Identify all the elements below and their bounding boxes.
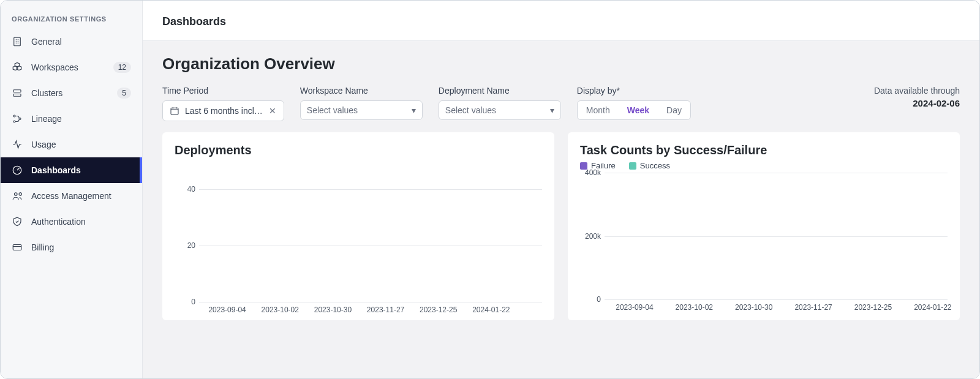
chevron-down-icon: ▾ (412, 105, 416, 115)
display-by-month[interactable]: Month (578, 101, 619, 119)
building-icon (12, 36, 23, 47)
legend-label: Success (640, 161, 670, 170)
sidebar-item-label: Workspaces (31, 62, 105, 72)
sidebar-item-lineage[interactable]: Lineage (1, 106, 142, 132)
placeholder: Select values (445, 105, 545, 115)
svg-rect-8 (13, 245, 21, 250)
overview-title: Organization Overview (162, 54, 960, 73)
sidebar-item-label: Clusters (31, 88, 108, 98)
shield-icon (12, 216, 23, 227)
svg-rect-0 (14, 37, 21, 46)
sidebar-item-billing[interactable]: Billing (1, 235, 142, 260)
sidebar-item-access-management[interactable]: Access Management (1, 183, 142, 209)
y-tick: 400k (582, 168, 601, 177)
filter-time-period: Time Period Last 6 months incl… ✕ (162, 86, 284, 121)
content: Organization Overview Time Period Last 6… (143, 41, 979, 378)
time-period-value: Last 6 months incl… (185, 106, 263, 116)
sidebar-item-label: Dashboards (31, 165, 131, 175)
sidebar-item-label: Authentication (31, 217, 131, 227)
deployments-card: Deployments 02040 2023-09-042023-10-0220… (162, 132, 554, 320)
branch-icon (12, 113, 23, 124)
chart-title: Task Counts by Success/Failure (580, 143, 948, 157)
y-tick: 200k (582, 232, 601, 241)
workspace-select[interactable]: Select values ▾ (300, 100, 423, 120)
data-available: Data available through 2024-02-06 (874, 86, 960, 108)
calendar-icon (169, 105, 180, 116)
deployment-select[interactable]: Select values ▾ (439, 100, 561, 120)
sidebar-item-label: Billing (31, 242, 131, 252)
display-by-toggle[interactable]: MonthWeekDay (577, 100, 691, 120)
badge: 5 (117, 88, 131, 99)
gauge-icon (12, 165, 23, 176)
task-counts-chart: 0200k400k 2023-09-042023-10-022023-10-30… (580, 173, 948, 313)
activity-icon (12, 139, 23, 150)
sidebar-item-label: Lineage (31, 114, 131, 124)
clear-icon[interactable]: ✕ (268, 106, 277, 116)
x-tick: 2023-12-25 (854, 303, 892, 312)
x-tick: 2023-10-30 (735, 303, 772, 312)
x-tick: 2024-01-22 (914, 303, 951, 312)
display-by-day[interactable]: Day (658, 101, 690, 119)
chart-title: Deployments (175, 143, 542, 157)
y-tick: 20 (177, 241, 195, 250)
filter-label: Workspace Name (300, 86, 423, 96)
y-tick: 0 (582, 295, 601, 304)
users-icon (12, 190, 23, 201)
filter-deployment: Deployment Name Select values ▾ (439, 86, 561, 120)
chart-legend: FailureSuccess (580, 161, 948, 170)
data-available-value: 2024-02-06 (874, 98, 960, 108)
svg-point-5 (19, 118, 21, 120)
swatch (629, 162, 636, 170)
cards-row: Deployments 02040 2023-09-042023-10-0220… (162, 132, 960, 320)
legend-item: Success (629, 161, 670, 170)
filter-label: Display by* (577, 86, 691, 96)
svg-point-7 (15, 193, 18, 196)
x-tick: 2023-12-25 (420, 306, 457, 314)
filter-workspace: Workspace Name Select values ▾ (300, 86, 423, 120)
x-tick: 2023-10-02 (262, 306, 299, 314)
sidebar-heading: ORGANIZATION SETTINGS (1, 7, 142, 29)
data-available-label: Data available through (874, 86, 960, 96)
sidebar: ORGANIZATION SETTINGS General Workspaces… (1, 1, 143, 378)
svg-point-4 (13, 121, 15, 122)
time-period-select[interactable]: Last 6 months incl… ✕ (162, 100, 284, 121)
hex-icon (12, 62, 23, 73)
main: Dashboards Organization Overview Time Pe… (143, 1, 979, 378)
y-tick: 40 (177, 185, 195, 193)
card-icon (12, 242, 23, 253)
filter-display-by: Display by* MonthWeekDay (577, 86, 691, 120)
page-title: Dashboards (143, 1, 979, 41)
y-tick: 0 (177, 298, 195, 306)
svg-rect-1 (13, 90, 21, 92)
svg-rect-2 (13, 94, 21, 97)
x-tick: 2023-11-27 (794, 303, 832, 312)
stack-icon (12, 88, 23, 99)
sidebar-item-workspaces[interactable]: Workspaces12 (1, 54, 142, 80)
task-counts-card: Task Counts by Success/Failure FailureSu… (568, 132, 960, 320)
sidebar-item-label: Usage (31, 140, 131, 149)
badge: 12 (113, 62, 131, 73)
sidebar-item-label: General (31, 37, 131, 47)
x-tick: 2023-11-27 (367, 306, 404, 314)
sidebar-item-authentication[interactable]: Authentication (1, 209, 142, 235)
chevron-down-icon: ▾ (550, 105, 554, 115)
x-tick: 2023-10-02 (676, 303, 713, 312)
sidebar-item-usage[interactable]: Usage (1, 132, 142, 157)
sidebar-item-clusters[interactable]: Clusters5 (1, 80, 142, 106)
sidebar-item-dashboards[interactable]: Dashboards (1, 157, 142, 183)
filters-row: Time Period Last 6 months incl… ✕ Worksp… (162, 86, 960, 121)
x-tick: 2024-01-22 (472, 306, 510, 314)
sidebar-item-label: Access Management (31, 191, 131, 201)
x-tick: 2023-09-04 (616, 303, 653, 312)
filter-label: Time Period (162, 86, 284, 96)
filter-label: Deployment Name (439, 86, 561, 96)
x-tick: 2023-09-04 (208, 306, 246, 314)
display-by-week[interactable]: Week (619, 101, 658, 119)
sidebar-item-general[interactable]: General (1, 29, 142, 54)
placeholder: Select values (307, 105, 407, 115)
x-tick: 2023-10-30 (314, 306, 352, 314)
svg-point-3 (13, 115, 15, 117)
deployments-chart: 02040 2023-09-042023-10-022023-10-302023… (175, 161, 542, 315)
svg-rect-9 (171, 108, 178, 114)
